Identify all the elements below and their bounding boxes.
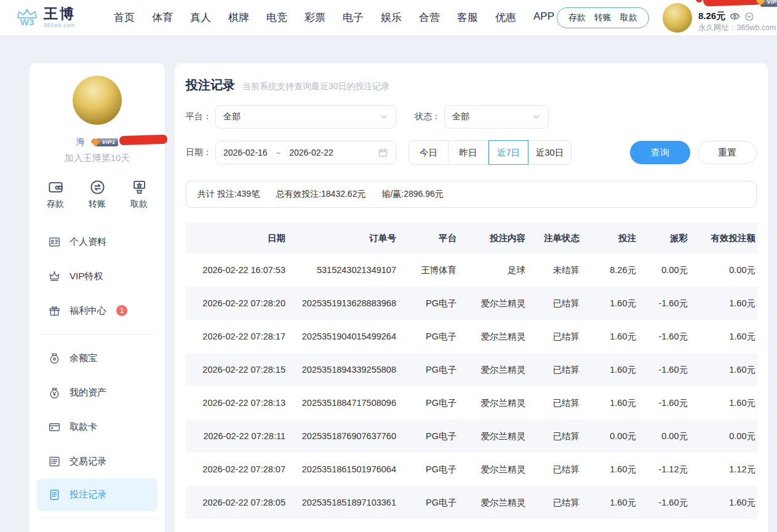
table-cell: PG电子 [399, 386, 459, 419]
column-header: 派彩 [639, 223, 690, 253]
sidebar-item-label: 个人资料 [70, 236, 106, 248]
table-cell: 1.60元 [582, 453, 639, 486]
status-select-value: 全部 [452, 111, 469, 122]
notification-badge: 1 [116, 305, 127, 316]
table-cell: 已结算 [528, 386, 582, 419]
table-cell: 已结算 [528, 353, 582, 386]
table-cell: 2025351913628883968 [288, 287, 399, 320]
table-cell: 0.00元 [582, 419, 639, 453]
range-button-今日[interactable]: 今日 [408, 140, 448, 165]
table-cell: 爱尔兰精灵 [459, 320, 528, 353]
table-cell: 爱尔兰精灵 [459, 419, 528, 453]
money-bag-icon [48, 386, 61, 399]
nav-item-app[interactable]: APP [533, 10, 554, 25]
quick-action-label: 取款 [130, 199, 148, 210]
table-cell: 已结算 [528, 320, 582, 353]
quick-range-group: 今日昨日近7日近30日 [408, 140, 572, 165]
range-button-昨日[interactable]: 昨日 [448, 140, 488, 165]
table-cell: 1.60元 [690, 486, 758, 519]
sidebar-item-transactions[interactable]: 交易记录 [30, 444, 165, 478]
status-select[interactable]: 全部 [444, 105, 549, 129]
refresh-balance-chevron-icon[interactable] [744, 12, 754, 22]
join-days-text: 加入王博第10天 [30, 153, 165, 164]
table-cell: 2025351904015499264 [288, 320, 399, 353]
sidebar-item-withdraw-card[interactable]: 取款卡 [30, 410, 165, 444]
table-cell: 2025351861501976064 [288, 453, 399, 486]
nav-item-partner[interactable]: 合营 [419, 10, 440, 25]
nav-item-slots[interactable]: 电子 [343, 10, 364, 25]
main-nav: 首页体育真人棋牌电竞彩票电子娱乐合营客服优惠APP [114, 10, 554, 25]
date-range-input[interactable]: 2026-02-16 ~ 2026-02-22 [215, 141, 396, 164]
username-mask-dot [696, 0, 703, 2]
table-cell: 爱尔兰精灵 [459, 353, 528, 386]
nav-item-esports[interactable]: 电竞 [266, 10, 287, 25]
wallet-action-transfer[interactable]: 转账 [594, 12, 612, 23]
status-filter-label: 状态： [415, 111, 440, 122]
nav-item-service[interactable]: 客服 [457, 10, 478, 25]
sidebar-item-label: 余额宝 [70, 352, 97, 364]
table-cell: -1.60元 [639, 386, 690, 419]
table-cell: PG电子 [399, 486, 459, 519]
table-cell: 2026-02-22 07:28:05 [186, 486, 288, 519]
quick-action-transfer[interactable]: 转账 [89, 179, 106, 210]
sidebar-item-profile[interactable]: 个人资料 [30, 224, 165, 259]
site-logo[interactable]: W3 王博 365wb.com [16, 7, 76, 28]
reset-button[interactable]: 重置 [698, 141, 757, 164]
table-cell: -1.12元 [639, 453, 690, 486]
range-button-近30日[interactable]: 近30日 [528, 140, 572, 165]
nav-item-board-games[interactable]: 棋牌 [228, 10, 249, 25]
gem-icon [756, 0, 765, 6]
table-cell: 2025351894339255808 [288, 353, 399, 386]
eye-icon[interactable] [730, 11, 740, 22]
nav-item-live[interactable]: 真人 [190, 10, 211, 25]
range-button-近7日[interactable]: 近7日 [488, 140, 528, 165]
sidebar-item-vip[interactable]: VIP特权 [30, 259, 165, 293]
nav-item-home[interactable]: 首页 [114, 10, 135, 25]
brand-domain: 365wb.com [44, 23, 76, 28]
table-cell: 1.12元 [690, 453, 758, 486]
avatar[interactable] [663, 3, 692, 33]
vip-badge: VIP1 [91, 138, 119, 146]
nav-item-promo[interactable]: 优惠 [495, 10, 516, 25]
nav-item-sports[interactable]: 体育 [152, 10, 173, 25]
profile-avatar[interactable] [73, 76, 122, 125]
wallet-actions-pill: 存款转账取款 [557, 7, 649, 28]
table-cell: 足球 [459, 253, 528, 287]
table-cell: 1.60元 [690, 287, 758, 320]
bet-record-icon [48, 488, 61, 501]
table-cell: 2026-02-22 07:28:13 [186, 386, 288, 419]
table-header-row: 日期订单号平台投注内容注单状态投注派彩有效投注额 [186, 223, 758, 253]
sidebar-item-assets[interactable]: 我的资产 [30, 375, 165, 410]
query-button[interactable]: 查询 [630, 141, 690, 164]
quick-action-deposit[interactable]: 存款 [47, 179, 64, 210]
column-header: 平台 [399, 223, 459, 253]
table-cell: 已结算 [528, 419, 582, 453]
quick-action-withdraw[interactable]: 取款 [130, 179, 148, 210]
table-cell: PG电子 [399, 419, 459, 453]
table-cell: 1.60元 [690, 320, 758, 353]
sidebar-item-bet-records[interactable]: 投注记录 [37, 478, 157, 511]
sidebar-item-label: 我的资产 [70, 387, 106, 399]
table-cell: 未结算 [528, 253, 582, 287]
table-cell: 已结算 [528, 453, 582, 486]
table-cell: 2026-02-22 07:28:07 [186, 453, 288, 486]
table-cell: 2025351876907637760 [288, 419, 399, 453]
table-cell: 2025351884717508096 [288, 386, 399, 419]
platform-select[interactable]: 全部 [215, 105, 396, 129]
table-cell: 1.60元 [690, 386, 758, 419]
table-row: 2026-02-22 07:28:202025351913628883968PG… [186, 287, 758, 320]
wallet-action-deposit[interactable]: 存款 [568, 12, 586, 23]
wallet-action-withdraw[interactable]: 取款 [620, 12, 637, 23]
column-header: 注单状态 [528, 223, 582, 253]
sidebar-item-welfare[interactable]: 福利中心1 [30, 293, 165, 328]
nav-item-entertainment[interactable]: 娱乐 [381, 10, 402, 25]
transfer-icon [89, 179, 106, 196]
nav-item-lottery[interactable]: 彩票 [305, 10, 325, 25]
page-title: 投注记录 [186, 77, 235, 93]
calendar-icon[interactable] [378, 148, 388, 158]
table-row: 2026-02-22 07:28:172025351904015499264PG… [186, 320, 758, 353]
sidebar-item-yuebao[interactable]: 余额宝 [30, 341, 165, 375]
table-cell: PG电子 [399, 287, 459, 320]
table-cell: PG电子 [399, 353, 459, 386]
username-mask-scribble [119, 135, 167, 146]
